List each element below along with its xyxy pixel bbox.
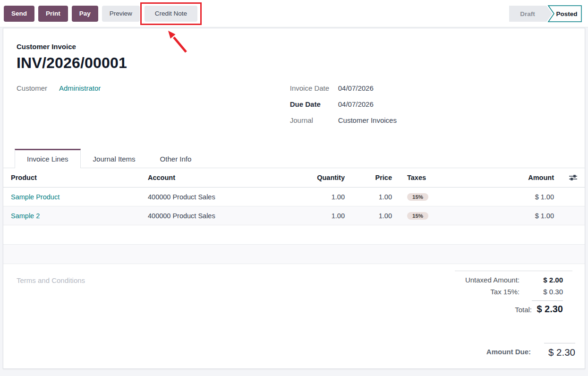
amount-due-label: Amount Due: xyxy=(486,348,531,356)
total-value: $ 2.30 xyxy=(532,300,563,315)
col-header-taxes[interactable]: Taxes xyxy=(400,168,477,188)
col-header-quantity[interactable]: Quantity xyxy=(293,168,352,188)
terms-and-conditions-placeholder[interactable]: Terms and Conditions xyxy=(17,276,85,284)
col-header-amount[interactable]: Amount xyxy=(477,168,562,188)
table-header-row: Product Account Quantity Price Taxes Amo… xyxy=(3,168,585,188)
account-cell: 400000 Product Sales xyxy=(140,206,293,225)
field-column-right: Invoice Date 04/07/2026 Due Date 04/07/2… xyxy=(289,84,572,132)
journal-label: Journal xyxy=(290,116,338,124)
invoice-line-row[interactable]: Sample Product 400000 Product Sales 1.00… xyxy=(3,188,585,206)
tab-journal-items[interactable]: Journal Items xyxy=(81,149,148,168)
row-options-cell xyxy=(562,188,585,206)
invoice-date-label: Invoice Date xyxy=(290,84,338,92)
account-cell: 400000 Product Sales xyxy=(140,188,293,206)
col-header-product[interactable]: Product xyxy=(3,168,140,188)
customer-field-row: Customer Administrator xyxy=(17,84,289,92)
sheet-header-area: Customer Invoice INV/2026/00001 Customer… xyxy=(3,28,585,132)
untaxed-amount-label: Untaxed Amount: xyxy=(465,276,520,284)
field-group: Customer Administrator Invoice Date 04/0… xyxy=(17,84,572,132)
quantity-cell: 1.00 xyxy=(293,206,352,225)
tax-label: Tax 15%: xyxy=(490,288,520,296)
field-column-left: Customer Administrator xyxy=(17,84,289,132)
amount-due-value: $ 2.30 xyxy=(544,343,575,358)
tax-badge: 15% xyxy=(407,212,428,220)
untaxed-amount-value: $ 2.00 xyxy=(520,276,563,284)
col-header-options xyxy=(562,168,585,188)
optional-columns-sliders-icon[interactable] xyxy=(569,174,577,181)
quantity-cell: 1.00 xyxy=(293,188,352,206)
empty-row xyxy=(3,225,585,245)
amount-cell: $ 1.00 xyxy=(477,206,562,225)
col-header-price[interactable]: Price xyxy=(352,168,400,188)
toolbar: Send Print Pay Preview Credit Note Draft… xyxy=(0,0,588,27)
notebook-tabs: Invoice Lines Journal Items Other Info xyxy=(3,148,585,168)
print-button[interactable]: Print xyxy=(38,6,68,22)
invoice-number: INV/2026/00001 xyxy=(17,54,572,72)
customer-value-link[interactable]: Administrator xyxy=(59,84,101,92)
tab-other-info[interactable]: Other Info xyxy=(148,149,204,168)
invoice-date-field-row: Invoice Date 04/07/2026 xyxy=(290,84,572,92)
customer-label: Customer xyxy=(17,84,59,92)
document-type-label: Customer Invoice xyxy=(17,43,572,51)
sheet-footer-area: Terms and Conditions Untaxed Amount: $ 2… xyxy=(3,264,585,318)
amount-cell: $ 1.00 xyxy=(477,188,562,206)
totals-block: Untaxed Amount: $ 2.00 Tax 15%: $ 0.30 T… xyxy=(455,271,572,318)
price-cell: 1.00 xyxy=(352,188,400,206)
invoice-lines-table: Product Account Quantity Price Taxes Amo… xyxy=(3,168,585,264)
total-row: Total: $ 2.30 xyxy=(455,299,563,315)
journal-field-row: Journal Customer Invoices xyxy=(290,116,572,124)
empty-row xyxy=(3,245,585,264)
status-posted-label[interactable]: Posted xyxy=(556,10,577,17)
status-draft-label[interactable]: Draft xyxy=(520,10,535,17)
untaxed-amount-row: Untaxed Amount: $ 2.00 xyxy=(455,276,563,284)
send-button[interactable]: Send xyxy=(4,6,34,22)
journal-value[interactable]: Customer Invoices xyxy=(338,116,397,124)
col-header-account[interactable]: Account xyxy=(140,168,293,188)
due-date-label: Due Date xyxy=(290,100,338,108)
tab-invoice-lines[interactable]: Invoice Lines xyxy=(15,149,81,168)
tax-row: Tax 15%: $ 0.30 xyxy=(455,288,563,296)
pay-button[interactable]: Pay xyxy=(72,6,98,22)
preview-button[interactable]: Preview xyxy=(102,6,140,22)
due-date-field-row: Due Date 04/07/2026 xyxy=(290,100,572,108)
credit-note-button[interactable]: Credit Note xyxy=(145,6,197,22)
invoice-line-row[interactable]: Sample 2 400000 Product Sales 1.00 1.00 … xyxy=(3,206,585,225)
status-bar: Draft Posted xyxy=(509,5,582,22)
due-date-value[interactable]: 04/07/2026 xyxy=(338,100,374,108)
tax-value: $ 0.30 xyxy=(520,288,563,296)
credit-note-wrapper: Credit Note xyxy=(145,6,197,22)
product-link[interactable]: Sample Product xyxy=(11,193,60,201)
invoice-form-sheet: Customer Invoice INV/2026/00001 Customer… xyxy=(3,28,585,369)
price-cell: 1.00 xyxy=(352,206,400,225)
invoice-date-value[interactable]: 04/07/2026 xyxy=(338,84,374,92)
row-options-cell xyxy=(562,206,585,225)
product-link[interactable]: Sample 2 xyxy=(11,212,40,220)
total-label: Total: xyxy=(515,306,532,314)
tax-badge: 15% xyxy=(407,193,428,201)
amount-due-block: Amount Due: $ 2.30 xyxy=(3,343,585,358)
